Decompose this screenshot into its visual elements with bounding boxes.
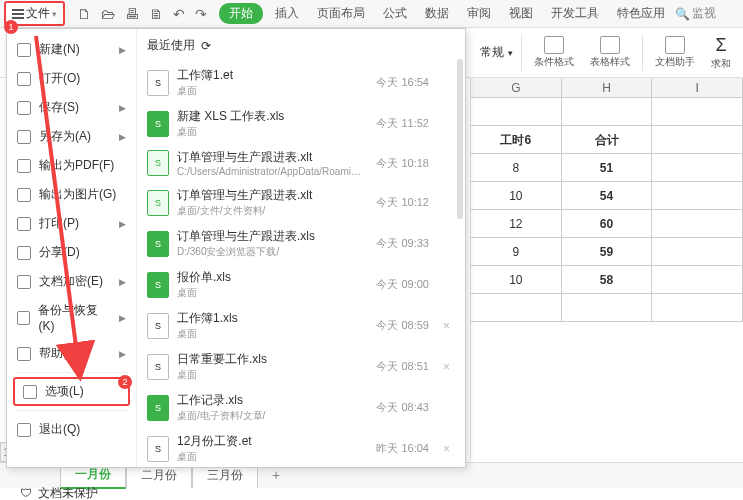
recent-file-item[interactable]: S新建 XLS 工作表.xls桌面今天 11:52 — [143, 103, 459, 144]
status-text: 文档未保护 — [38, 485, 98, 501]
menu-icon — [17, 130, 31, 144]
file-time: 今天 10:18 — [376, 156, 429, 171]
tab-review[interactable]: 审阅 — [465, 3, 493, 24]
file-path: 桌面/文件/文件资料/ — [177, 204, 362, 218]
menu-item[interactable]: 新建(N)▶ — [7, 35, 136, 64]
file-name: 日常重要工作.xls — [177, 351, 362, 368]
ribbon-conditional-format[interactable]: 条件格式 — [530, 36, 578, 69]
recent-file-item[interactable]: S订单管理与生产跟进表.xlsD:/360安全浏览器下载/今天 09:33 — [143, 223, 459, 264]
col-header-i[interactable]: I — [652, 78, 743, 97]
search-placeholder[interactable]: 监视 — [692, 5, 716, 22]
col-header-h[interactable]: H — [562, 78, 653, 97]
qat-redo-icon[interactable]: ↷ — [195, 6, 207, 22]
close-icon[interactable]: × — [443, 442, 455, 456]
menu-item[interactable]: 打印(P)▶ — [7, 209, 136, 238]
header-cell[interactable]: 合计 — [562, 126, 653, 153]
tab-layout[interactable]: 页面布局 — [315, 3, 367, 24]
menu-icon — [17, 275, 31, 289]
recent-file-item[interactable]: S日常重要工作.xls桌面今天 08:51× — [143, 346, 459, 387]
recent-file-item[interactable]: S12月份工资.et桌面昨天 16:04× — [143, 428, 459, 467]
file-icon: S — [147, 395, 169, 421]
recent-file-item[interactable]: S工作簿1.xls桌面今天 08:59× — [143, 305, 459, 346]
file-name: 订单管理与生产跟进表.xlt — [177, 149, 362, 166]
file-time: 今天 09:00 — [376, 277, 429, 292]
menu-label: 新建(N) — [39, 41, 80, 58]
qat-save-icon[interactable]: 🗋 — [77, 6, 91, 22]
file-dropdown-panel: 新建(N)▶打开(O)保存(S)▶另存为(A)▶输出为PDF(F)输出为图片(G… — [6, 28, 466, 468]
qat-print-icon[interactable]: 🖶 — [125, 6, 139, 22]
tab-formula[interactable]: 公式 — [381, 3, 409, 24]
tab-dev[interactable]: 开发工具 — [549, 3, 601, 24]
scrollbar[interactable] — [457, 59, 463, 219]
menu-item[interactable]: 文档加密(E)▶ — [7, 267, 136, 296]
menu-item[interactable]: 输出为图片(G) — [7, 180, 136, 209]
hamburger-icon — [12, 9, 24, 19]
menu-label: 帮助(H) — [39, 345, 80, 362]
menu-item[interactable]: 另存为(A)▶ — [7, 122, 136, 151]
tab-special[interactable]: 特色应用 — [615, 3, 667, 24]
file-time: 今天 08:59 — [376, 318, 429, 333]
qat-open-icon[interactable]: 🗁 — [101, 6, 115, 22]
recent-file-item[interactable]: S报价单.xls桌面今天 09:00 — [143, 264, 459, 305]
menu-label: 退出(Q) — [39, 421, 80, 438]
ribbon-doc-helper[interactable]: 文档助手 — [651, 36, 699, 69]
recent-file-item[interactable]: S工作记录.xls桌面/电子资料/文章/今天 08:43 — [143, 387, 459, 428]
menu-icon — [17, 43, 31, 57]
qat-undo-icon[interactable]: ↶ — [173, 6, 185, 22]
file-label: 文件 — [26, 5, 50, 22]
file-name: 工作簿1.xls — [177, 310, 362, 327]
qat-preview-icon[interactable]: 🗎 — [149, 6, 163, 22]
menu-label: 打开(O) — [39, 70, 80, 87]
menu-icon — [17, 217, 31, 231]
recent-file-item[interactable]: S订单管理与生产跟进表.xltC:/Users/Administrator/Ap… — [143, 144, 459, 182]
menu-label: 备份与恢复(K) — [38, 302, 111, 333]
file-path: C:/Users/Administrator/AppData/Roaming/k… — [177, 166, 362, 177]
file-name: 工作记录.xls — [177, 392, 362, 409]
menu-item[interactable]: 退出(Q) — [7, 415, 136, 444]
menu-item[interactable]: 选项(L)2 — [13, 377, 130, 406]
file-path: 桌面/电子资料/文章/ — [177, 409, 362, 423]
col-header-g[interactable]: G — [471, 78, 562, 97]
close-icon[interactable]: × — [443, 360, 455, 374]
menu-label: 另存为(A) — [39, 128, 91, 145]
search-icon: 🔍 — [675, 7, 690, 21]
ribbon-table-style[interactable]: 表格样式 — [586, 36, 634, 69]
menu-item[interactable]: 分享(D) — [7, 238, 136, 267]
recent-file-item[interactable]: S订单管理与生产跟进表.xlt桌面/文件/文件资料/今天 10:12 — [143, 182, 459, 223]
tab-start[interactable]: 开始 — [219, 3, 263, 24]
file-time: 今天 08:51 — [376, 359, 429, 374]
refresh-icon[interactable]: ⟳ — [201, 39, 211, 53]
chevron-right-icon: ▶ — [119, 219, 126, 229]
tab-insert[interactable]: 插入 — [273, 3, 301, 24]
ribbon-sum[interactable]: Σ求和 — [707, 35, 735, 71]
tab-view[interactable]: 视图 — [507, 3, 535, 24]
file-icon: S — [147, 354, 169, 380]
callout-badge-2: 2 — [118, 375, 132, 389]
chevron-right-icon: ▶ — [119, 349, 126, 359]
file-time: 今天 16:54 — [376, 75, 429, 90]
file-icon: S — [147, 436, 169, 462]
spreadsheet-area[interactable]: G H I 工时6 合计 851 1054 1260 959 1058 — [470, 78, 743, 460]
menu-label: 保存(S) — [39, 99, 79, 116]
close-icon[interactable]: × — [443, 319, 455, 333]
number-format-dropdown[interactable]: 常规 ▾ — [480, 44, 513, 61]
menu-label: 分享(D) — [39, 244, 80, 261]
recent-file-item[interactable]: S工作簿1.et桌面今天 16:54 — [143, 62, 459, 103]
menu-item[interactable]: 保存(S)▶ — [7, 93, 136, 122]
menu-item[interactable]: 打开(O) — [7, 64, 136, 93]
menu-icon — [17, 72, 31, 86]
menu-item[interactable]: 帮助(H)▶ — [7, 339, 136, 368]
header-cell[interactable]: 工时6 — [471, 126, 562, 153]
file-name: 12月份工资.et — [177, 433, 362, 450]
menu-icon — [17, 311, 30, 325]
file-name: 订单管理与生产跟进表.xls — [177, 228, 362, 245]
file-path: 桌面 — [177, 450, 362, 464]
file-time: 昨天 16:04 — [376, 441, 429, 456]
tab-data[interactable]: 数据 — [423, 3, 451, 24]
menu-item[interactable]: 备份与恢复(K)▶ — [7, 296, 136, 339]
menu-item[interactable]: 输出为PDF(F) — [7, 151, 136, 180]
chevron-right-icon: ▶ — [119, 313, 126, 323]
menu-icon — [17, 188, 31, 202]
file-icon: S — [147, 313, 169, 339]
quick-access-toolbar: 🗋 🗁 🖶 🗎 ↶ ↷ — [77, 6, 207, 22]
